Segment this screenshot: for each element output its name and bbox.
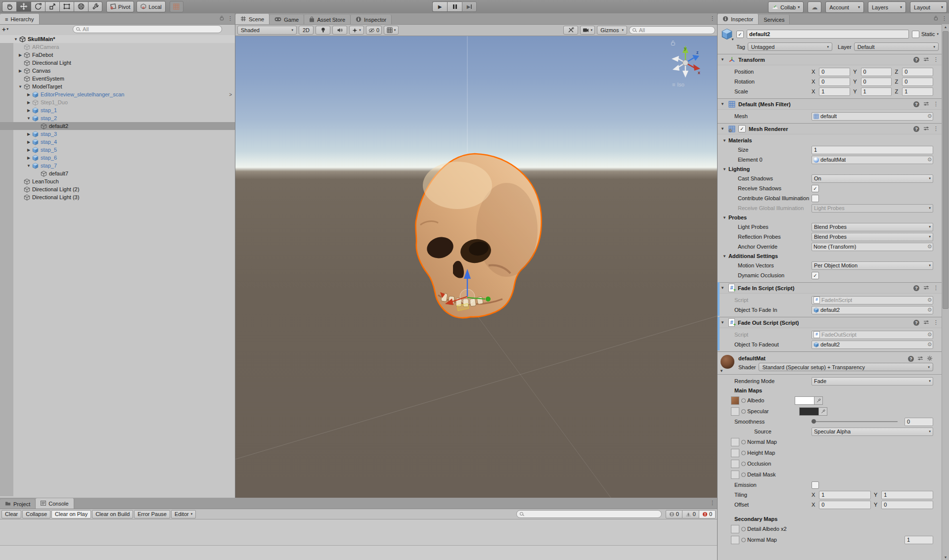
- hand-tool-button[interactable]: [2, 1, 16, 12]
- texture-target-icon[interactable]: [741, 451, 746, 455]
- object-to-fade-in-object-field[interactable]: default2⊙: [812, 306, 933, 314]
- texture-slot[interactable]: [731, 449, 739, 457]
- expand-right-icon[interactable]: ▶: [26, 92, 32, 97]
- script-object-field[interactable]: #FadeOutScript⊙: [812, 331, 933, 339]
- object-picker-icon[interactable]: ⊙: [928, 114, 932, 119]
- hierarchy-item-fadebot[interactable]: ▶FaDebot: [0, 51, 235, 59]
- emission-checkbox[interactable]: [812, 481, 819, 489]
- position-z-field[interactable]: 0: [902, 68, 933, 76]
- smoothness-field[interactable]: 0: [904, 418, 933, 426]
- expand-down-icon[interactable]: ▼: [26, 164, 32, 168]
- light-probes-dropdown[interactable]: Blend Probes▾: [812, 223, 933, 231]
- scale-tool-button[interactable]: [45, 1, 59, 12]
- gameobject-name-field[interactable]: default2: [747, 30, 909, 39]
- preset-icon[interactable]: [923, 101, 929, 108]
- component-menu-icon[interactable]: ⋮: [933, 126, 939, 132]
- preset-icon[interactable]: [923, 56, 929, 63]
- scene-panel-menu-icon[interactable]: ⋮: [710, 15, 715, 22]
- hierarchy-item-editorpreview-sleutelhanger-scan[interactable]: ▶EditorPreview_sleutelhanger_scan>: [0, 90, 235, 98]
- gear-icon[interactable]: [927, 355, 933, 362]
- foldout-materials[interactable]: ▼Materials: [718, 136, 942, 145]
- hierarchy-search-input[interactable]: All: [73, 25, 222, 33]
- grid-snap-button[interactable]: [170, 1, 183, 12]
- help-icon[interactable]: ?: [908, 356, 914, 362]
- scale-y-field[interactable]: 1: [861, 87, 892, 96]
- warning-count-toggle[interactable]: 0: [682, 510, 699, 518]
- hierarchy-item-arcamera[interactable]: ARCamera: [0, 43, 235, 51]
- map-value-field[interactable]: 1: [904, 536, 933, 544]
- local-toggle-button[interactable]: Local: [136, 1, 165, 12]
- expand-down-icon[interactable]: ▼: [720, 369, 723, 373]
- size-field[interactable]: 1: [812, 146, 933, 154]
- hierarchy-item-eventsystem[interactable]: EventSystem: [0, 75, 235, 83]
- hierarchy-item-default7[interactable]: default7: [0, 170, 235, 177]
- step-button[interactable]: ▶: [462, 1, 477, 12]
- hierarchy-item-stap-2[interactable]: ▼stap_2: [0, 114, 235, 122]
- tab-inspector[interactable]: Inspector: [718, 14, 759, 24]
- gizmo-lock-icon[interactable]: [671, 40, 676, 47]
- rotation-z-field[interactable]: 0: [902, 78, 933, 86]
- layers-dropdown[interactable]: Layers▾: [868, 1, 906, 13]
- hierarchy-item-modeltarget[interactable]: ▼ModelTarget: [0, 83, 235, 90]
- hierarchy-item-directional-light-2[interactable]: Directional Light (2): [0, 185, 235, 193]
- scroll-up-icon[interactable]: ▲: [942, 25, 949, 29]
- texture-target-icon[interactable]: [741, 409, 746, 414]
- texture-slot[interactable]: [731, 460, 739, 468]
- scale-x-field[interactable]: 1: [819, 87, 850, 96]
- hierarchy-item-default2[interactable]: default2: [0, 122, 235, 130]
- color-swatch[interactable]: [799, 407, 819, 416]
- tab-inspector[interactable]: Inspector: [351, 15, 392, 24]
- mesh-object-field[interactable]: default⊙: [812, 112, 933, 121]
- expand-down-icon[interactable]: ▼: [721, 286, 725, 290]
- error-pause-button[interactable]: Error Pause: [134, 510, 170, 518]
- layer-dropdown[interactable]: Default▾: [854, 43, 939, 51]
- expand-right-icon[interactable]: ▶: [26, 148, 32, 152]
- collab-dropdown[interactable]: ☁✓ Collab▾: [768, 1, 804, 13]
- account-dropdown[interactable]: Account▾: [825, 1, 864, 13]
- panel-menu-icon[interactable]: ⋮: [942, 15, 947, 22]
- hierarchy-item-stap-6[interactable]: ▶stap_6: [0, 154, 235, 162]
- object-picker-icon[interactable]: ⊙: [928, 342, 932, 347]
- object-picker-icon[interactable]: ⊙: [928, 244, 932, 249]
- hierarchy-item-stap-1[interactable]: ▶stap_1: [0, 106, 235, 114]
- gizmos-dropdown[interactable]: Gizmos▾: [597, 26, 627, 35]
- cast-shadows-dropdown[interactable]: On▾: [812, 174, 933, 183]
- clear-button[interactable]: Clear: [1, 510, 21, 518]
- tab-game[interactable]: Game: [270, 15, 304, 24]
- expand-right-icon[interactable]: ▶: [17, 53, 23, 57]
- offset-y-field[interactable]: 0: [881, 501, 933, 509]
- scale-z-field[interactable]: 1: [902, 87, 933, 96]
- info-count-toggle[interactable]: 0: [666, 510, 682, 518]
- material-header[interactable]: defaultMatShaderStandard (Specular setup…: [718, 351, 942, 371]
- cloud-services-button[interactable]: ☁: [808, 1, 821, 13]
- component-enabled-checkbox[interactable]: ✓: [738, 125, 746, 132]
- expand-right-icon[interactable]: ▶: [26, 108, 32, 113]
- hierarchy-item-stap-5[interactable]: ▶stap_5: [0, 146, 235, 154]
- inspector-scrollbar[interactable]: ▲ ▼: [942, 24, 949, 560]
- object-to-fadeout-object-field[interactable]: default2⊙: [812, 341, 933, 349]
- help-icon[interactable]: ?: [913, 101, 919, 107]
- source-dropdown[interactable]: Specular Alpha▾: [812, 428, 933, 436]
- clear-on-play-button[interactable]: Clear on Play: [51, 510, 91, 518]
- scene-search-input[interactable]: All: [629, 26, 715, 34]
- smoothness-slider[interactable]: [812, 421, 898, 422]
- projection-mode-label[interactable]: ≡ Iso: [672, 82, 684, 87]
- console-search-input[interactable]: [516, 510, 662, 518]
- motion-vectors-dropdown[interactable]: Per Object Motion▾: [812, 261, 933, 270]
- texture-slot[interactable]: [731, 536, 739, 544]
- position-y-field[interactable]: 0: [861, 68, 892, 76]
- console-log-list[interactable]: [0, 519, 717, 546]
- texture-target-icon[interactable]: [741, 462, 746, 466]
- help-icon[interactable]: ?: [913, 57, 919, 63]
- reflection-probes-dropdown[interactable]: Blend Probes▾: [812, 233, 933, 241]
- script-object-field[interactable]: #FadeInScript⊙: [812, 296, 933, 304]
- eyedropper-icon[interactable]: [814, 396, 823, 405]
- foldout-probes[interactable]: ▼Probes: [718, 213, 942, 222]
- expand-right-icon[interactable]: ▶: [26, 140, 32, 144]
- expand-down-icon[interactable]: ▼: [17, 85, 23, 89]
- expand-down-icon[interactable]: ▼: [721, 57, 725, 62]
- hierarchy-item-step1-duo[interactable]: ▶Step1_Duo: [0, 98, 235, 106]
- rect-tool-button[interactable]: [59, 1, 74, 12]
- eyedropper-icon[interactable]: [819, 407, 827, 416]
- component-header-transform[interactable]: ▼Transform?⋮: [718, 54, 942, 65]
